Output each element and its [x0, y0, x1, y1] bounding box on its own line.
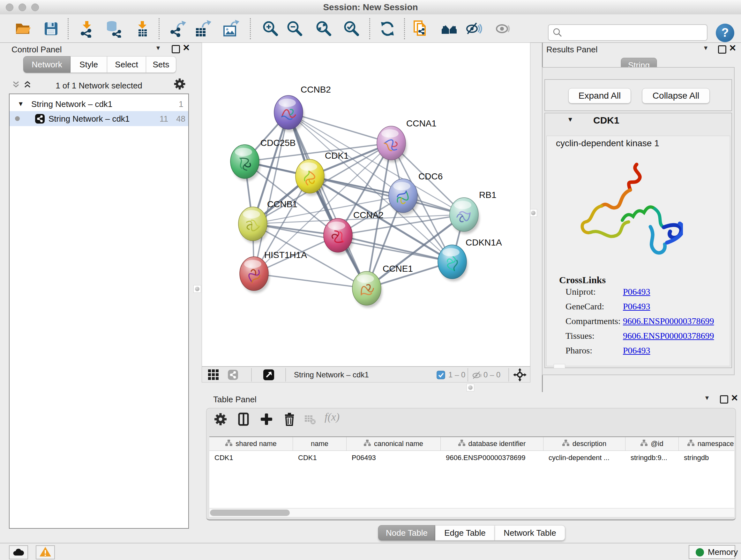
network-node-count: 11: [159, 114, 168, 124]
expand-all-button[interactable]: Expand All: [568, 88, 631, 104]
tab-style[interactable]: Style: [71, 56, 107, 73]
import-network-from-database-icon[interactable]: [105, 20, 123, 38]
bottom-splitter-handle[interactable]: [467, 384, 474, 391]
zoom-fit-content-icon[interactable]: [315, 20, 333, 38]
collection-expander-icon[interactable]: ▼: [17, 100, 24, 108]
network-canvas[interactable]: CCNB2CCNA1CDC25BCDK1CDC6RB1CCNB1CCNA2CDK…: [202, 43, 530, 367]
hide-graphics-details-icon[interactable]: [464, 20, 482, 38]
export-table-icon[interactable]: [193, 20, 211, 38]
network-node-CCNA1[interactable]: CCNA1: [377, 118, 436, 163]
table-row[interactable]: CDK1CDK1P064939606.ENSP00000378699cyclin…: [209, 451, 734, 465]
export-image-icon[interactable]: [221, 20, 239, 38]
birds-eye-view-icon[interactable]: [441, 20, 458, 38]
network-node-CCNE1[interactable]: CCNE1: [352, 264, 413, 308]
network-graph[interactable]: CCNB2CCNA1CDC25BCDK1CDC6RB1CCNB1CCNA2CDK…: [202, 43, 530, 366]
table-cell[interactable]: CDK1: [293, 451, 347, 465]
network-row[interactable]: String Network – cdk1 11 48: [10, 111, 188, 126]
crosslink-link[interactable]: 9606.ENSP00000378699: [623, 316, 714, 326]
table-cell[interactable]: 9606.ENSP00000378699: [441, 451, 543, 465]
zoom-in-icon[interactable]: [262, 20, 280, 38]
selected-nodes-edges-count: 1 – 0: [448, 367, 465, 383]
zoom-out-icon[interactable]: [286, 20, 304, 38]
network-edge-CCNB2-HIST1H1A[interactable]: [254, 112, 288, 273]
crosslink-link[interactable]: 9606.ENSP00000378699: [623, 331, 714, 341]
expand-all-networks-icon[interactable]: [11, 80, 20, 90]
save-session-icon[interactable]: [42, 20, 60, 38]
create-column-icon[interactable]: [259, 412, 273, 426]
clone-network-icon[interactable]: [411, 20, 429, 38]
network-options-gear-icon[interactable]: [173, 78, 186, 91]
table-cell[interactable]: stringdb:9...: [625, 451, 679, 465]
results-panel-float-icon[interactable]: [718, 45, 726, 54]
apply-layout-icon[interactable]: [379, 20, 396, 38]
crosslink-link[interactable]: P06493: [623, 346, 650, 356]
warnings-button[interactable]: [36, 545, 55, 559]
table-cell[interactable]: stringdb: [679, 451, 734, 465]
tab-network-table[interactable]: Network Table: [495, 525, 565, 541]
crosslink-link[interactable]: P06493: [623, 287, 650, 297]
column-header-database-identifier[interactable]: database identifier: [441, 437, 543, 450]
show-columns-icon[interactable]: [237, 412, 251, 426]
delete-column-trash-icon[interactable]: [282, 412, 296, 426]
table-scrollbar-thumb[interactable]: [210, 509, 290, 516]
network-node-CDC6[interactable]: CDC6: [389, 172, 443, 215]
network-edge-CCNB2-CCNE1[interactable]: [288, 112, 367, 288]
network-node-RB1[interactable]: RB1: [450, 190, 496, 234]
status-bar: Memory: [0, 543, 741, 560]
table-cell[interactable]: cyclin-dependent ...: [543, 451, 625, 465]
column-header-namespace[interactable]: namespace: [679, 437, 734, 450]
table-options-gear-icon[interactable]: [213, 412, 227, 426]
help-button[interactable]: ?: [716, 23, 734, 42]
table-horizontal-scrollbar[interactable]: [209, 509, 734, 517]
results-panel-menu-icon[interactable]: ▾: [704, 44, 708, 52]
crosslink-link[interactable]: P06493: [623, 301, 650, 312]
control-panel-menu-icon[interactable]: ▾: [156, 44, 160, 52]
collapse-all-networks-icon[interactable]: [23, 80, 32, 90]
pan-crosshair-icon[interactable]: [513, 368, 527, 383]
column-header-name[interactable]: name: [293, 437, 347, 450]
tab-sets[interactable]: Sets: [146, 56, 176, 73]
control-panel-close-icon[interactable]: ✕: [183, 43, 190, 53]
search-icon: [552, 27, 562, 39]
table-cell[interactable]: CDK1: [209, 451, 293, 465]
protein-card-expander-icon[interactable]: ▼: [567, 116, 574, 123]
column-header-shared-name[interactable]: shared name: [209, 437, 293, 450]
search-field-wrap: [548, 24, 708, 41]
table-panel-menu-icon[interactable]: ▾: [705, 394, 709, 402]
tab-edge-table[interactable]: Edge Table: [435, 525, 495, 541]
results-panel-close-icon[interactable]: ✕: [729, 43, 736, 53]
grid-view-icon[interactable]: [208, 369, 219, 382]
control-panel-tabs: Network Style Select Sets: [23, 56, 176, 72]
show-graphics-details-icon[interactable]: [494, 20, 512, 38]
tab-select[interactable]: Select: [107, 56, 146, 73]
network-share-view-icon[interactable]: [227, 369, 239, 381]
column-header--id[interactable]: @id: [625, 437, 679, 450]
network-collection-row[interactable]: ▼ String Network – cdk1 1: [10, 97, 188, 111]
network-toolbar-separator: [509, 368, 509, 381]
column-header-canonical-name[interactable]: canonical name: [347, 437, 441, 450]
import-table-icon[interactable]: [133, 20, 151, 38]
network-edge-HIST1H1A-CCNE1[interactable]: [254, 273, 367, 288]
network-node-HIST1H1A[interactable]: HIST1H1A: [240, 250, 307, 293]
import-network-icon[interactable]: [78, 20, 96, 38]
search-input[interactable]: [548, 24, 708, 41]
results-scrollbar-notch[interactable]: [554, 364, 565, 368]
control-panel-float-icon[interactable]: [172, 45, 180, 53]
collapse-all-button[interactable]: Collapse All: [642, 88, 710, 104]
memory-button[interactable]: Memory: [689, 545, 735, 559]
cloud-status-button[interactable]: [9, 545, 28, 559]
zoom-selected-icon[interactable]: [343, 20, 360, 38]
network-node-CDKN1A[interactable]: CDKN1A: [438, 238, 502, 281]
tab-node-table[interactable]: Node Table: [378, 525, 435, 541]
table-panel-float-icon[interactable]: [720, 395, 728, 403]
selected-checkbox-icon[interactable]: [436, 371, 445, 381]
export-network-icon[interactable]: [168, 20, 186, 38]
left-splitter-handle[interactable]: [193, 285, 201, 293]
open-session-icon[interactable]: [14, 20, 32, 38]
column-header-description[interactable]: description: [543, 437, 625, 450]
crosslink-label: Uniprot:: [565, 287, 596, 297]
table-cell[interactable]: P06493: [347, 451, 441, 465]
tab-network[interactable]: Network: [23, 56, 71, 73]
table-panel-close-icon[interactable]: ✕: [731, 393, 738, 403]
detach-view-icon[interactable]: [263, 369, 274, 382]
